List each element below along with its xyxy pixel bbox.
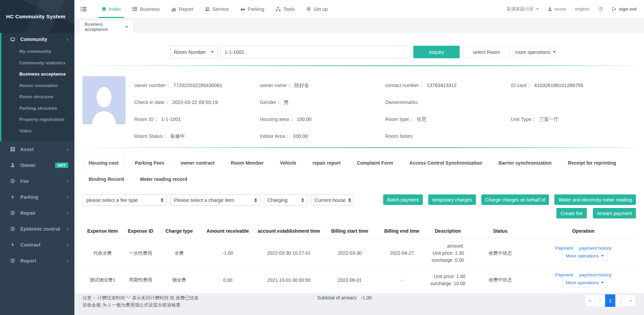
sidebar-item-fee[interactable]: Fee	[0, 173, 74, 189]
owner-field-value: 装修中	[170, 133, 185, 139]
topnav-item-parking[interactable]: Parking	[234, 0, 270, 18]
action-button-charge-charges-on-behalf-of[interactable]: Charge charges on behalf of	[481, 194, 549, 205]
pagination-page[interactable]: 1	[605, 294, 616, 307]
updown-arrows-icon	[348, 198, 351, 202]
owner-field-label: Room ID：	[134, 117, 159, 122]
topnav-item-report[interactable]: Report	[165, 0, 199, 18]
inquiry-button[interactable]: Inquiry	[413, 46, 460, 58]
filter-select-please-select-a-charge-item[interactable]: Please select a charge item	[170, 194, 261, 206]
sidebar-subitem-house-renovation[interactable]: House renovation	[1, 80, 74, 91]
help-icon[interactable]	[598, 7, 603, 12]
pagination-first[interactable]: «	[585, 294, 595, 307]
cell-expense_item: 代收水费	[83, 238, 122, 268]
arrears-subtotal-label: Subtotal of arrears:	[317, 295, 358, 300]
owner-field-label: contact number：	[385, 83, 424, 88]
tab-business-acceptance[interactable]: Business acceptance ✕	[79, 20, 134, 33]
topnav-item-index[interactable]: Index	[96, 0, 127, 18]
payment-link[interactable]: Payment	[555, 272, 573, 277]
cell-established: 2022-03-30 10:27:41	[256, 238, 322, 268]
topnav-item-tools[interactable]: Tools	[270, 0, 300, 18]
detail-tab-vehicle[interactable]: Vehicle	[274, 154, 302, 171]
sidebar-section-owner: OwnerHOT	[0, 157, 74, 173]
search-field-select[interactable]: Room Number	[170, 46, 217, 58]
filter-select-current-house[interactable]: Current house	[311, 194, 353, 206]
action-button-temporary-charges[interactable]: temporary charges	[428, 194, 476, 205]
detail-tab-complaint-form[interactable]: Complaint Form	[351, 154, 399, 171]
owner-avatar	[83, 76, 125, 124]
action-button-water-and-electricity-meter-reading[interactable]: Water and electricity meter reading	[554, 194, 636, 205]
sidebar-item-asset[interactable]: Asset	[0, 141, 74, 157]
sidebar-item-parking[interactable]: Parking	[0, 189, 74, 205]
action-button-arrears-payment[interactable]: Arrears payment	[593, 208, 636, 218]
table-row: 测试物业费1周期性费用物业费0.002021-10-01 00:00:00202…	[83, 268, 636, 292]
sidebar-subitem-my-community[interactable]: My community	[1, 46, 74, 57]
user-menu[interactable]: wuxw	[548, 6, 566, 12]
close-icon[interactable]: ✕	[125, 25, 128, 29]
language-toggle[interactable]: english	[575, 6, 590, 12]
sidebar-item-contract[interactable]: Contract	[0, 237, 74, 253]
detail-tab-binding-record[interactable]: Binding Record	[83, 172, 130, 186]
sidebar-item-owner[interactable]: OwnerHOT	[0, 157, 74, 173]
sidebar-subitem-video[interactable]: Video	[1, 125, 74, 137]
column-header-billing-end-time: Billing end time	[378, 224, 426, 238]
room-number-input[interactable]	[220, 46, 411, 58]
action-button-batch-payment[interactable]: Batch payment	[383, 194, 423, 205]
payment-history-link[interactable]: payment history	[579, 246, 611, 251]
filter-select-please-select-a-fee-type[interactable]: please select a fee type	[83, 194, 167, 206]
action-button-create-fee[interactable]: Create fee	[556, 208, 586, 218]
more-operations-row-button[interactable]: More operations	[562, 277, 608, 288]
detail-tab-owner-contract[interactable]: owner contract	[175, 154, 221, 171]
detail-tab-barrier-synchronization[interactable]: Barrier synchronization	[492, 154, 558, 171]
sidebar-subitem-property-registration[interactable]: Property registration	[1, 114, 74, 125]
signout-label: sign out	[619, 6, 637, 12]
chevron-right-icon	[67, 210, 68, 216]
action-buttons-row1: Batch paymenttemporary chargesCharge cha…	[383, 194, 636, 205]
detail-tab-receipt-for-reprinting[interactable]: Receipt for reprinting	[562, 154, 622, 171]
cell-amount: 0.00	[200, 268, 256, 292]
sidebar-item-community[interactable]: Community	[1, 33, 74, 46]
owner-field-value: 100.00	[297, 117, 312, 122]
pagination-last[interactable]: »	[625, 294, 636, 307]
payment-link[interactable]: Payment	[555, 246, 573, 251]
sidebar-subitem-business-acceptance[interactable]: Business acceptance	[1, 68, 74, 80]
pagination-prev[interactable]: ‹	[595, 294, 605, 307]
sidebar-item-report[interactable]: Report	[0, 253, 74, 269]
payment-history-link[interactable]: payment history	[579, 272, 611, 277]
pagination-next[interactable]: ›	[615, 294, 626, 307]
detail-tab-parking-fees[interactable]: Parking Fees	[129, 154, 170, 171]
detail-tab-room-member[interactable]: Room Member	[225, 154, 270, 171]
sidebar-item-label: Parking	[20, 194, 38, 200]
cell-billing_start: 2022-06-01	[322, 268, 378, 292]
topnav-item-business[interactable]: Business	[127, 0, 165, 18]
topnav-item-label: Report	[179, 6, 193, 12]
detail-tab-meter-reading-record[interactable]: Meter reading record	[134, 172, 193, 186]
owner-field-value: 100.00	[293, 133, 307, 139]
sidebar-nav: CommunityMy communityCommunity statistic…	[0, 33, 74, 269]
chevron-right-icon	[67, 226, 68, 232]
topnav-item-service[interactable]: Service	[199, 0, 234, 18]
gear-icon	[306, 6, 311, 12]
sidebar-item-repair[interactable]: Repair	[0, 205, 74, 221]
sitemap-icon	[276, 6, 281, 12]
sidebar-subitem-parking-structure[interactable]: Parking structure	[1, 103, 74, 114]
sidebar-item-label: Fee	[20, 178, 29, 184]
more-operations-button[interactable]: more operations	[512, 46, 558, 58]
select-room-button[interactable]: select Room	[463, 46, 509, 58]
sidebar-item-epidemic-control[interactable]: Epidemic control	[0, 221, 74, 237]
topnav-item-set-up[interactable]: Set up	[300, 0, 334, 18]
detail-tab-repair-report[interactable]: repair report	[306, 154, 347, 171]
signout-button[interactable]: sign out	[612, 6, 637, 12]
bolt-icon	[10, 194, 16, 200]
filter-select-charging[interactable]: Charging	[264, 194, 308, 206]
more-operations-row-button[interactable]: More operations	[562, 251, 608, 261]
cell-charge_type: 物业费	[159, 268, 200, 292]
detail-tab-access-control-synchronization[interactable]: Access Control Synchronization	[403, 154, 488, 171]
menu-toggle-icon[interactable]	[80, 6, 87, 13]
column-header-account-establishment-time: account establishment time	[256, 224, 322, 238]
community-selector[interactable]: 美满家园小区	[506, 6, 539, 12]
sidebar-subitem-room-structure[interactable]: Room structure	[1, 91, 74, 103]
sidebar-subitem-community-statistics[interactable]: Community statistics	[1, 57, 74, 69]
arrears-subtotal-value: -1.00	[361, 295, 372, 300]
detail-tab-housing-cost[interactable]: Housing cost	[83, 154, 125, 171]
owner-field-room-status: Room Status：装修中	[134, 133, 260, 140]
